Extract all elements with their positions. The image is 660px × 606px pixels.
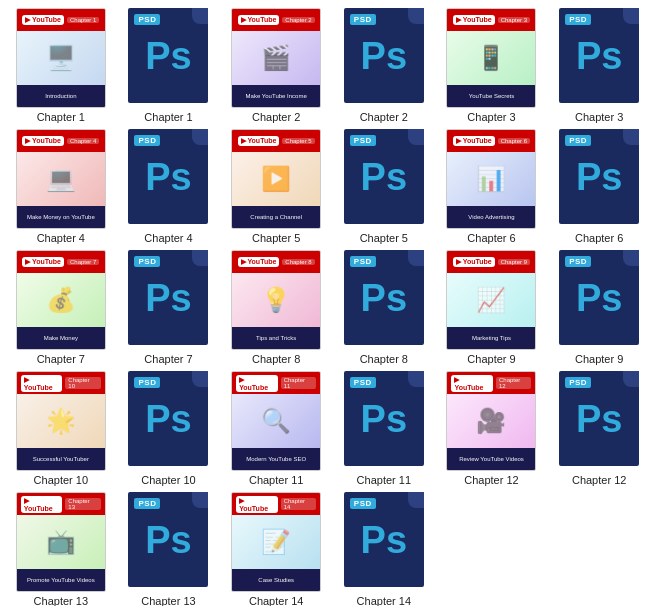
psd-thumbnail: PSD Ps	[554, 8, 644, 108]
yt-thumbnail: ▶ YouTube Chapter 9 📈 Marketing Tips	[446, 250, 536, 350]
item-label: Chapter 5	[360, 232, 408, 244]
item-label: Chapter 8	[252, 353, 300, 365]
file-item-7[interactable]: ▶ YouTube Chapter 4 💻 Make Money on YouT…	[8, 129, 114, 244]
yt-thumbnail: ▶ YouTube Chapter 2 🎬 Make YouTube Incom…	[231, 8, 321, 108]
psd-thumbnail: PSD Ps	[339, 8, 429, 108]
file-item-21[interactable]: ▶ YouTube Chapter 11 🔍 Modern YouTube SE…	[223, 371, 329, 486]
file-item-26[interactable]: PSD Ps Chapter 13	[116, 492, 222, 606]
item-label: Chapter 2	[252, 111, 300, 123]
yt-thumbnail: ▶ YouTube Chapter 1 🖥️ Introduction	[16, 8, 106, 108]
psd-thumbnail: PSD Ps	[554, 129, 644, 229]
item-label: Chapter 4	[144, 232, 192, 244]
file-item-12[interactable]: PSD Ps Chapter 6	[546, 129, 652, 244]
psd-thumbnail: PSD Ps	[123, 129, 213, 229]
item-label: Chapter 7	[37, 353, 85, 365]
psd-thumbnail: PSD Ps	[339, 492, 429, 592]
file-grid: ▶ YouTube Chapter 1 🖥️ Introduction Chap…	[8, 8, 652, 606]
item-label: Chapter 14	[357, 595, 411, 606]
file-item-11[interactable]: ▶ YouTube Chapter 6 📊 Video Advertising …	[439, 129, 545, 244]
item-label: Chapter 10	[34, 474, 88, 486]
item-label: Chapter 14	[249, 595, 303, 606]
file-item-1[interactable]: ▶ YouTube Chapter 1 🖥️ Introduction Chap…	[8, 8, 114, 123]
file-item-5[interactable]: ▶ YouTube Chapter 3 📱 YouTube Secrets Ch…	[439, 8, 545, 123]
file-item-9[interactable]: ▶ YouTube Chapter 5 ▶️ Creating a Channe…	[223, 129, 329, 244]
file-item-19[interactable]: ▶ YouTube Chapter 10 🌟 Successful YouTub…	[8, 371, 114, 486]
file-item-27[interactable]: ▶ YouTube Chapter 14 📝 Case Studies Chap…	[223, 492, 329, 606]
item-label: Chapter 3	[467, 111, 515, 123]
psd-thumbnail: PSD Ps	[339, 371, 429, 471]
file-item-20[interactable]: PSD Ps Chapter 10	[116, 371, 222, 486]
yt-thumbnail: ▶ YouTube Chapter 8 💡 Tips and Tricks	[231, 250, 321, 350]
item-label: Chapter 12	[572, 474, 626, 486]
item-label: Chapter 9	[467, 353, 515, 365]
yt-thumbnail: ▶ YouTube Chapter 14 📝 Case Studies	[231, 492, 321, 592]
yt-thumbnail: ▶ YouTube Chapter 13 📺 Promote YouTube V…	[16, 492, 106, 592]
file-item-10[interactable]: PSD Ps Chapter 5	[331, 129, 437, 244]
item-label: Chapter 4	[37, 232, 85, 244]
item-label: Chapter 13	[34, 595, 88, 606]
psd-thumbnail: PSD Ps	[123, 492, 213, 592]
file-item-15[interactable]: ▶ YouTube Chapter 8 💡 Tips and Tricks Ch…	[223, 250, 329, 365]
file-item-14[interactable]: PSD Ps Chapter 7	[116, 250, 222, 365]
psd-thumbnail: PSD Ps	[554, 250, 644, 350]
file-item-16[interactable]: PSD Ps Chapter 8	[331, 250, 437, 365]
file-item-22[interactable]: PSD Ps Chapter 11	[331, 371, 437, 486]
item-label: Chapter 12	[464, 474, 518, 486]
yt-thumbnail: ▶ YouTube Chapter 10 🌟 Successful YouTub…	[16, 371, 106, 471]
item-label: Chapter 13	[141, 595, 195, 606]
item-label: Chapter 3	[575, 111, 623, 123]
item-label: Chapter 10	[141, 474, 195, 486]
psd-thumbnail: PSD Ps	[339, 129, 429, 229]
psd-thumbnail: PSD Ps	[339, 250, 429, 350]
item-label: Chapter 5	[252, 232, 300, 244]
item-label: Chapter 1	[37, 111, 85, 123]
file-item-24[interactable]: PSD Ps Chapter 12	[546, 371, 652, 486]
item-label: Chapter 11	[249, 474, 303, 486]
file-item-13[interactable]: ▶ YouTube Chapter 7 💰 Make Money Chapter…	[8, 250, 114, 365]
item-label: Chapter 2	[360, 111, 408, 123]
file-item-23[interactable]: ▶ YouTube Chapter 12 🎥 Review YouTube Vi…	[439, 371, 545, 486]
item-label: Chapter 8	[360, 353, 408, 365]
item-label: Chapter 11	[357, 474, 411, 486]
psd-thumbnail: PSD Ps	[554, 371, 644, 471]
yt-thumbnail: ▶ YouTube Chapter 3 📱 YouTube Secrets	[446, 8, 536, 108]
file-item-4[interactable]: PSD Ps Chapter 2	[331, 8, 437, 123]
item-label: Chapter 6	[467, 232, 515, 244]
file-item-3[interactable]: ▶ YouTube Chapter 2 🎬 Make YouTube Incom…	[223, 8, 329, 123]
file-item-6[interactable]: PSD Ps Chapter 3	[546, 8, 652, 123]
yt-thumbnail: ▶ YouTube Chapter 5 ▶️ Creating a Channe…	[231, 129, 321, 229]
file-item-25[interactable]: ▶ YouTube Chapter 13 📺 Promote YouTube V…	[8, 492, 114, 606]
psd-thumbnail: PSD Ps	[123, 371, 213, 471]
file-item-18[interactable]: PSD Ps Chapter 9	[546, 250, 652, 365]
psd-thumbnail: PSD Ps	[123, 8, 213, 108]
file-item-17[interactable]: ▶ YouTube Chapter 9 📈 Marketing Tips Cha…	[439, 250, 545, 365]
yt-thumbnail: ▶ YouTube Chapter 11 🔍 Modern YouTube SE…	[231, 371, 321, 471]
file-item-2[interactable]: PSD Ps Chapter 1	[116, 8, 222, 123]
yt-thumbnail: ▶ YouTube Chapter 6 📊 Video Advertising	[446, 129, 536, 229]
item-label: Chapter 1	[144, 111, 192, 123]
item-label: Chapter 6	[575, 232, 623, 244]
yt-thumbnail: ▶ YouTube Chapter 7 💰 Make Money	[16, 250, 106, 350]
file-item-8[interactable]: PSD Ps Chapter 4	[116, 129, 222, 244]
yt-thumbnail: ▶ YouTube Chapter 4 💻 Make Money on YouT…	[16, 129, 106, 229]
item-label: Chapter 9	[575, 353, 623, 365]
psd-thumbnail: PSD Ps	[123, 250, 213, 350]
yt-thumbnail: ▶ YouTube Chapter 12 🎥 Review YouTube Vi…	[446, 371, 536, 471]
item-label: Chapter 7	[144, 353, 192, 365]
file-item-28[interactable]: PSD Ps Chapter 14	[331, 492, 437, 606]
